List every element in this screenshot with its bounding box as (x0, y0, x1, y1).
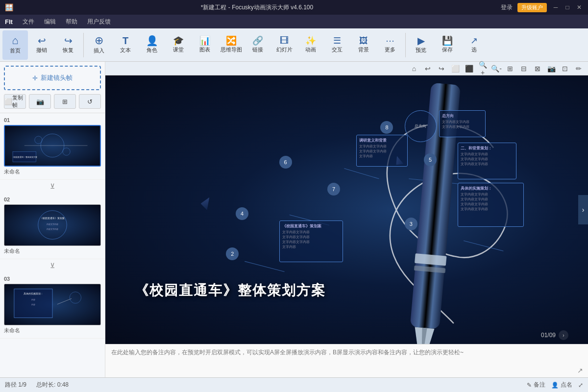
home-icon: ⌂ (12, 35, 18, 46)
new-frame-label: 新建镜头帧 (41, 74, 73, 82)
redo-icon: ↪ (64, 36, 73, 46)
page-indicator: 01/09 › (541, 330, 568, 340)
canvas-fit-btn[interactable]: ⊡ (560, 63, 570, 74)
toolbar-chart[interactable]: 📊 图表 (192, 30, 218, 60)
canvas-home-btn[interactable]: ⌂ (409, 63, 419, 74)
right-nav-arrow[interactable]: › (578, 195, 588, 224)
toolbar-select[interactable]: ↗ 选 (461, 30, 487, 60)
role-icon: 👤 (146, 36, 158, 46)
window-title: *新建工程 - Focusky动画演示大师 v4.6.100 (13, 3, 501, 12)
login-button[interactable]: 登录 (501, 3, 513, 12)
slide-panel: ✛ 新建镜头帧 ⬜ 复制帧 📷 ⊞ ↺ 01 (0, 62, 105, 377)
copy-frame-button[interactable]: ⬜ 复制帧 (4, 94, 26, 109)
fit-button[interactable]: ⊞ (54, 94, 76, 109)
slide-item-01[interactable]: 01 《校园直通车》整体策划方案 未命名 (0, 113, 105, 180)
canvas-zoom-out-btn[interactable]: 🔍- (491, 63, 502, 74)
system-menu-icon: 🪟 (5, 3, 13, 11)
camera-button[interactable]: 📷 (29, 94, 51, 109)
canvas-photo-btn[interactable]: 📷 (546, 63, 557, 74)
status-path: 路径 1/9 (5, 381, 26, 389)
toolbar-background[interactable]: 🖼 背景 (351, 30, 376, 60)
presentation-canvas[interactable]: 总方向 8 6 7 5 4 3 2 总方向 文字内容文字内容文字内容文字内容 调… (105, 75, 588, 344)
minimize-button[interactable]: ─ (552, 3, 560, 11)
canvas-frame2-btn[interactable]: ⬛ (464, 63, 474, 74)
canvas-zoom-in-btn[interactable]: 🔍+ (477, 63, 488, 74)
status-expand-btn[interactable]: ⤢ (578, 382, 583, 389)
rotate-icon: ↺ (87, 98, 93, 105)
pres-circle-main[interactable]: 总方向 (405, 110, 437, 142)
system-icons: 🪟 (5, 3, 13, 11)
plus-icon: ✛ (32, 74, 38, 82)
toolbar-animate[interactable]: ✨ 动画 (298, 30, 323, 60)
slide-number-02: 02 (4, 196, 101, 202)
menu-item-fit[interactable]: FIt (5, 18, 13, 25)
rotate-button[interactable]: ↺ (79, 94, 101, 109)
toolbar-more[interactable]: ⋯ 更多 (377, 30, 403, 60)
pres-num-5[interactable]: 5 (424, 153, 437, 166)
menu-item-edit[interactable]: 编辑 (44, 18, 56, 26)
maximize-button[interactable]: □ (564, 3, 571, 11)
svg-text:内容: 内容 (31, 303, 35, 306)
slide-thumbnail-02: 《校园直通车》策划案 内容文字内容 内容文字内容 (4, 204, 101, 246)
presentation-main-title: 《校园直通车》整体策划方案 (135, 281, 490, 300)
pres-box-impl[interactable]: 具体的实施策划： 文字内容文字内容文字内容文字内容文字内容文字内容文字内容文字内… (458, 183, 524, 227)
slide-item-02[interactable]: 02 《校园直通车》策划案 内容文字内容 内容文字内容 未命名 (0, 193, 105, 259)
upgrade-button[interactable]: 升级账户 (517, 3, 547, 12)
status-left: 路径 1/9 总时长: 0:48 (5, 381, 69, 389)
toolbar-classroom[interactable]: 🎓 课堂 (166, 30, 191, 60)
menu-item-feedback[interactable]: 用户反馈 (87, 18, 111, 26)
transition-icon-01: ⊻ (50, 182, 55, 190)
slide-item-03[interactable]: 03 具体的实施策划： 内容 内容 未命名 (0, 272, 105, 339)
classroom-icon: 🎓 (173, 36, 184, 45)
canvas-frame1-btn[interactable]: ⬜ (450, 63, 461, 74)
pres-num-6[interactable]: 6 (279, 156, 292, 169)
toolbar-interact[interactable]: ☰ 交互 (324, 30, 350, 60)
slide-number-01: 01 (4, 117, 101, 123)
page-next-btn[interactable]: › (559, 330, 568, 340)
toolbar-text[interactable]: T 文本 (113, 30, 138, 60)
toolbar-undo[interactable]: ↩ 撤销 (29, 30, 54, 60)
pres-box-top[interactable]: 总方向 文字内容文字内容文字内容文字内容 (439, 110, 486, 137)
pres-box-main[interactable]: 《校园直通车》策划案 文字内容文字内容文字内容文字内容文字内容文字内容文字内容 (279, 220, 343, 262)
new-frame-button[interactable]: ✛ 新建镜头帧 (4, 66, 101, 90)
toolbar-link[interactable]: 🔗 链接 (245, 30, 270, 60)
copy-icon: ⬜ (4, 98, 12, 105)
toolbar-role[interactable]: 👤 角色 (139, 30, 165, 60)
animate-icon: ✨ (305, 36, 316, 45)
toolbar-home[interactable]: ⌂ 首页 (2, 30, 28, 60)
status-bar: 路径 1/9 总时长: 0:48 ✎ 备注 👤 点名 ⤢ (0, 377, 588, 392)
toolbar-preview[interactable]: ▶ 预览 (408, 30, 434, 60)
pres-num-4[interactable]: 4 (236, 207, 248, 220)
expand-notes-button[interactable]: ↗ (577, 367, 583, 374)
page-current: 01/09 (541, 332, 556, 339)
slideshow-icon: 🎞 (280, 36, 289, 45)
menu-item-file[interactable]: 文件 (23, 18, 34, 26)
toolbar-mindmap[interactable]: 🔀 思维导图 (219, 30, 244, 60)
canvas-edit-btn[interactable]: ✏ (573, 63, 584, 74)
canvas-grid-btn[interactable]: ⊞ (505, 63, 515, 74)
toolbar-redo[interactable]: ↪ 恢复 (55, 30, 81, 60)
canvas-align-btn[interactable]: ⊟ (518, 63, 529, 74)
sidebar-top: ✛ 新建镜头帧 ⬜ 复制帧 📷 ⊞ ↺ (0, 62, 105, 113)
toolbar-slideshow[interactable]: 🎞 幻灯片 (271, 30, 297, 60)
status-callout-btn[interactable]: 👤 点名 (551, 381, 572, 389)
menu-item-help[interactable]: 帮助 (66, 18, 77, 26)
select-icon: ↗ (470, 36, 478, 45)
svg-text:内容: 内容 (31, 298, 35, 301)
toolbar-insert[interactable]: ⊕ 插入 (86, 30, 112, 60)
toolbar-save[interactable]: 💾 保存 (435, 30, 460, 60)
close-button[interactable]: ✕ (575, 3, 583, 11)
canvas-undo-btn[interactable]: ↩ (422, 63, 433, 74)
undo-icon: ↩ (38, 36, 46, 46)
chart-icon: 📊 (199, 36, 210, 45)
pres-num-2[interactable]: 2 (226, 247, 239, 260)
notes-input[interactable] (111, 348, 582, 373)
slide-number-03: 03 (4, 276, 101, 282)
status-notes-btn[interactable]: ✎ 备注 (527, 381, 545, 389)
pres-num-3[interactable]: 3 (405, 218, 417, 230)
pres-box-plan2[interactable]: 二、和背景策划： 文字内容文字内容文字内容文字内容文字内容文字内容 (458, 143, 516, 179)
save-icon: 💾 (442, 36, 453, 45)
canvas-redo-btn[interactable]: ↪ (436, 63, 447, 74)
svg-point-3 (63, 148, 70, 155)
canvas-lock-btn[interactable]: ⊠ (532, 63, 543, 74)
